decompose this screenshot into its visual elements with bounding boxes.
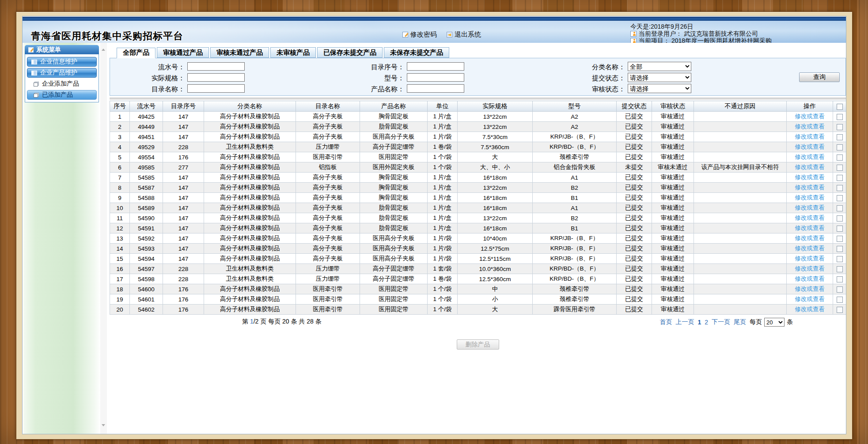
sidebar-item-add-product[interactable]: 企业添加产品 [27,79,97,89]
tab-2[interactable]: 审核通过产品 [157,47,209,58]
vertical-scrollbar[interactable] [100,43,107,434]
page-link-2[interactable]: 2 [705,319,708,326]
scroll-down-arrow-icon[interactable] [102,424,105,426]
row-checkbox[interactable] [837,165,843,171]
cell-catalog-name: 高分子夹板 [296,244,360,254]
cell-submit-status: 已提交 [617,233,652,244]
sidebar-group-enterprise-products[interactable]: 企业产品维护 [27,68,97,78]
edit-or-view-link[interactable]: 修改或查看 [795,123,825,130]
submit-status-select[interactable]: 请选择 [628,73,691,82]
change-password-link[interactable]: 修改密码 [402,30,437,39]
row-checkbox[interactable] [837,185,843,191]
row-checkbox[interactable] [837,246,843,252]
delete-products-button[interactable]: 删除产品 [457,339,499,350]
last-page-link[interactable]: 尾页 [734,318,746,326]
cell-product-name: 胸骨固定板 [360,193,428,203]
row-checkbox[interactable] [837,124,843,130]
sidebar-group-enterprise-info[interactable]: 企业信息维护 [27,57,97,67]
cell-reject-reason [694,193,787,203]
edit-or-view-link[interactable]: 修改或查看 [795,235,825,241]
edit-or-view-link[interactable]: 修改或查看 [795,275,825,282]
row-checkbox[interactable] [837,154,843,161]
row-checkbox[interactable] [837,134,843,140]
cell-actions: 修改或查看 [787,173,833,183]
select-all-checkbox[interactable] [837,104,843,110]
tab-4[interactable]: 未审核产品 [270,47,316,58]
edit-or-view-link[interactable]: 修改或查看 [795,306,825,312]
edit-or-view-link[interactable]: 修改或查看 [795,214,825,221]
tab-6[interactable]: 未保存未提交产品 [384,47,449,58]
cell-seq: 9 [110,193,130,203]
cell-audit-status: 审核通过 [652,213,694,223]
row-checkbox[interactable] [837,286,843,293]
cell-category-name: 高分子材料及橡胶制品 [204,112,296,122]
row-checkbox[interactable] [837,266,843,272]
row-checkbox[interactable] [837,144,843,151]
cell-seq: 3 [110,132,130,142]
row-checkbox[interactable] [837,236,843,242]
cell-product-name: 医用高分子夹板 [360,132,428,142]
edit-or-view-link[interactable]: 修改或查看 [795,255,825,262]
cell-audit-status: 审核通过 [652,203,694,213]
table-row: 349451147高分子材料及橡胶制品高分子夹板医用高分子夹板1 片/袋7.5*… [110,132,846,142]
sidebar-item-added-products[interactable]: 已添加产品 [27,90,97,100]
logout-link[interactable]: 退出系统 [447,30,481,39]
cell-serial-no: 54594 [130,254,163,264]
cell-serial-no: 54601 [130,294,163,305]
spec-input[interactable] [187,73,245,82]
serial-no-input[interactable] [187,62,245,71]
cell-audit-status: 审核通过 [652,284,694,294]
cell-product-name: 胸骨固定板 [360,112,428,122]
edit-or-view-link[interactable]: 修改或查看 [795,225,825,231]
edit-or-view-link[interactable]: 修改或查看 [795,194,825,201]
edit-or-view-link[interactable]: 修改或查看 [795,143,825,150]
cell-actions: 修改或查看 [787,244,833,254]
cell-serial-no: 54587 [130,183,163,193]
row-checkbox[interactable] [837,215,843,222]
cell-serial-no: 54590 [130,213,163,223]
model-input[interactable] [407,73,464,82]
tab-3[interactable]: 审核未通过产品 [210,47,269,58]
edit-page-icon [402,32,408,38]
per-page-select[interactable]: 20 [764,318,785,327]
cell-select [833,132,846,142]
row-checkbox[interactable] [837,307,843,313]
edit-or-view-link[interactable]: 修改或查看 [795,164,825,170]
row-checkbox[interactable] [837,256,843,262]
row-checkbox[interactable] [837,175,843,181]
edit-or-view-link[interactable]: 修改或查看 [795,174,825,181]
scroll-up-arrow-icon[interactable] [102,49,105,51]
edit-or-view-link[interactable]: 修改或查看 [795,133,825,140]
audit-status-select[interactable]: 请选择 [628,84,691,93]
row-checkbox[interactable] [837,114,843,120]
cell-spec: 大 [458,152,533,162]
edit-or-view-link[interactable]: 修改或查看 [795,113,825,120]
edit-or-view-link[interactable]: 修改或查看 [795,245,825,252]
row-checkbox[interactable] [837,276,843,282]
row-checkbox[interactable] [837,195,843,201]
cell-reject-reason [694,223,787,233]
edit-or-view-link[interactable]: 修改或查看 [795,154,825,160]
catalog-no-input[interactable] [407,62,464,71]
row-checkbox[interactable] [837,297,843,303]
category-select[interactable]: 全部 [628,62,691,71]
product-name-input[interactable] [407,84,464,93]
next-page-link[interactable]: 下一页 [712,318,730,326]
query-button[interactable]: 查询 [799,72,840,82]
cell-actions: 修改或查看 [787,264,833,274]
edit-or-view-link[interactable]: 修改或查看 [795,265,825,272]
cell-serial-no: 49449 [130,122,163,132]
edit-or-view-link[interactable]: 修改或查看 [795,204,825,211]
cell-spec: 12.5*360cm [458,274,533,284]
page-link-1[interactable]: 1 [697,319,701,326]
edit-or-view-link[interactable]: 修改或查看 [795,184,825,191]
edit-or-view-link[interactable]: 修改或查看 [795,286,825,292]
row-checkbox[interactable] [837,205,843,211]
tab-1[interactable]: 全部产品 [117,48,155,58]
row-checkbox[interactable] [837,226,843,232]
tab-5[interactable]: 已保存未提交产品 [317,47,383,58]
catalog-name-input[interactable] [187,84,245,93]
edit-or-view-link[interactable]: 修改或查看 [795,296,825,302]
prev-page-link[interactable]: 上一页 [675,318,694,326]
first-page-link[interactable]: 首页 [660,318,672,326]
